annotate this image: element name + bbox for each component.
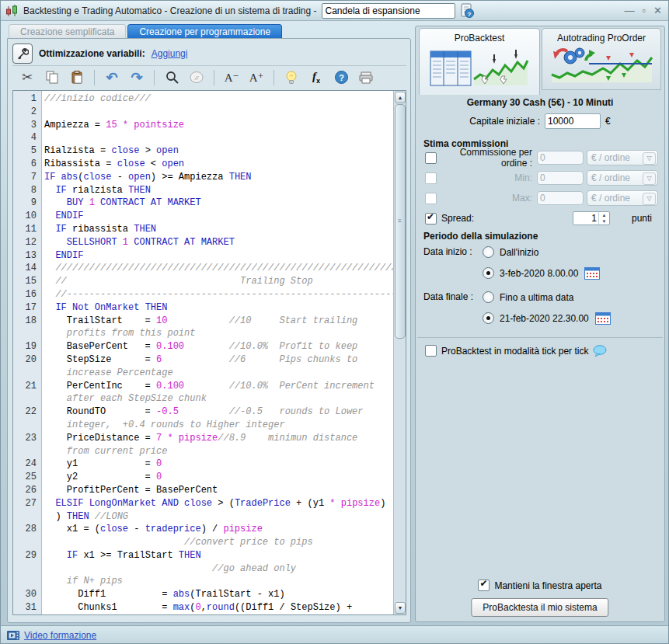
system-name-input[interactable] — [322, 3, 455, 19]
code-row: after each StepSize chunk — [13, 392, 394, 406]
footer-bar: Video formazione — [1, 625, 669, 644]
end-date-radio[interactable] — [483, 312, 494, 324]
start-from-beginning-radio[interactable] — [483, 246, 494, 258]
code-row: 30 Diff1 = abs(TrailStart - x1) — [13, 588, 394, 601]
chevron-down-icon: ▽ — [643, 152, 656, 165]
calendar-icon[interactable] — [595, 312, 611, 325]
code-row: ) THEN //LONG — [13, 510, 394, 524]
start-date-label: Data inizio : — [423, 246, 472, 257]
lightbulb-icon[interactable] — [281, 68, 301, 87]
keep-window-open-label: Mantieni la finestra aperta — [494, 580, 601, 591]
comment-icon[interactable]: // — [186, 68, 207, 87]
chevron-down-icon: ▽ — [643, 172, 656, 185]
toolbar-separator — [154, 70, 155, 85]
code-row: 31 Chunks1 = max(0,round((Diff1 / StepSi… — [13, 601, 394, 614]
spread-label: Spread: — [441, 213, 474, 224]
code-row: 14 /////////////////////////////////////… — [13, 262, 394, 275]
tick-by-tick-checkbox[interactable] — [425, 345, 437, 357]
code-row: 22 RoundTO = -0.5 //-0.5 rounds to Lower — [13, 406, 394, 419]
capital-input[interactable] — [545, 113, 601, 129]
code-editor[interactable]: 1///inizio codice///23Ampiezza = 15 * po… — [12, 90, 406, 615]
commission-max-input[interactable] — [537, 191, 584, 205]
code-row: 9 BUY 1 CONTRACT AT MARKET — [13, 197, 394, 210]
end-until-last-radio[interactable] — [483, 291, 494, 303]
scrollbar-thumb[interactable]: ≡ — [395, 104, 406, 339]
tab-creazione-per-programmazione[interactable]: Creazione per programmazione — [127, 24, 282, 39]
code-row: integer, +0.4 rounds to Higher integer — [13, 419, 394, 432]
commission-min-label: Min: — [441, 172, 537, 183]
spread-stepper[interactable]: 1 ▲▼ — [573, 211, 610, 225]
instrument-title: Germany 30 Cash (5€) - 10 Minuti — [416, 97, 664, 108]
copy-icon[interactable] — [42, 68, 62, 87]
code-row: 7IF abs(close - open) >= Ampiezza THEN — [13, 171, 394, 184]
search-icon[interactable] — [162, 68, 182, 87]
proorder-icon — [549, 47, 654, 84]
code-row: 1///inizio codice/// — [13, 92, 394, 106]
tab-autotrading-proorder[interactable]: Autotrading ProOrder — [542, 28, 661, 90]
backtest-panel: ProBacktest Autotrading ProOrder — [415, 26, 665, 622]
paste-icon[interactable] — [67, 68, 87, 87]
probacktest-icon — [429, 48, 530, 89]
add-variable-link[interactable]: Aggiungi — [152, 48, 188, 59]
video-icon — [7, 631, 19, 640]
maximize-button[interactable]: ▫ — [642, 5, 646, 16]
scroll-down-icon[interactable]: ▼ — [395, 602, 406, 614]
code-row: 2 — [13, 106, 394, 119]
panel-divider — [417, 337, 663, 338]
code-row: 18 TrailStart = 10 //10 Start trailing — [13, 315, 394, 328]
tab-creazione-semplificata[interactable]: Creazione semplificata — [9, 24, 126, 39]
commission-min-checkbox[interactable] — [425, 172, 437, 184]
code-row: 27 ELSIF LongOnMarket AND close > (Trade… — [13, 497, 394, 510]
help-doc-icon[interactable]: ? — [459, 3, 475, 19]
variable-optimization-button[interactable] — [12, 44, 33, 64]
calendar-icon[interactable] — [584, 266, 600, 280]
redo-icon[interactable]: ↷ — [127, 68, 147, 87]
wrench-icon — [17, 48, 29, 60]
code-row: 23 PriceDistance = 7 * pipsize//8.9 mini… — [13, 432, 394, 445]
spin-down-icon[interactable]: ▼ — [599, 218, 609, 225]
tab-probacktest[interactable]: ProBacktest — [419, 28, 540, 95]
capital-label: Capitale iniziale : — [469, 116, 540, 127]
code-row: 15 // Trailing Stop — [13, 275, 394, 288]
commission-max-checkbox[interactable] — [425, 193, 437, 204]
code-panel: Ottimizzazione variabili: Aggiungi ✂↶↷//… — [7, 38, 411, 623]
code-row: 25 y2 = 0 — [13, 471, 394, 484]
creation-tabs: Creazione semplificata Creazione per pro… — [9, 24, 282, 39]
start-date-radio[interactable] — [483, 267, 494, 279]
spin-up-icon[interactable]: ▲ — [599, 212, 609, 218]
commission-input[interactable] — [537, 151, 584, 165]
tick-by-tick-label: ProBacktest in modalità tick per tick — [441, 346, 588, 357]
run-backtest-button[interactable]: ProBacktesta il mio sistema — [471, 598, 608, 617]
commission-unit-select[interactable]: € / ordine▽ — [587, 150, 658, 165]
code-row: increase Percentage — [13, 367, 394, 380]
font-decrease-icon[interactable]: A⁻ — [221, 68, 242, 87]
print-icon[interactable] — [356, 68, 376, 87]
scroll-up-icon[interactable]: ▲ — [395, 92, 406, 103]
video-training-link[interactable]: Video formazione — [24, 630, 96, 641]
commission-label: Commissione per ordine : — [441, 147, 537, 169]
commission-max-unit-select[interactable]: € / ordine▽ — [587, 190, 658, 206]
commission-min-unit-select[interactable]: € / ordine▽ — [587, 170, 658, 186]
code-row: //go ahead only — [13, 562, 394, 576]
toolbar-separator — [214, 70, 214, 85]
help-icon[interactable]: ? — [331, 68, 351, 87]
commission-checkbox[interactable] — [425, 152, 437, 164]
font-increase-icon[interactable]: A⁺ — [246, 68, 267, 87]
undo-icon[interactable]: ↶ — [102, 68, 122, 87]
capital-currency: € — [605, 116, 611, 127]
spread-checkbox[interactable] — [425, 213, 437, 225]
toolbar-separator — [274, 70, 274, 85]
candlestick-app-icon — [5, 5, 19, 17]
speech-bubble-icon[interactable] — [593, 345, 607, 357]
code-row: 19 BasePerCent = 0.100 //10.0% Profit to… — [13, 340, 394, 353]
svg-text:?: ? — [339, 73, 344, 82]
close-button[interactable]: ✕ — [653, 5, 662, 16]
editor-toolbar: ✂↶↷//A⁻A⁺fx? — [12, 65, 406, 89]
cut-icon[interactable]: ✂ — [17, 68, 37, 87]
commission-min-input[interactable] — [537, 171, 584, 185]
keep-window-open-checkbox[interactable] — [478, 580, 490, 591]
fx-icon[interactable]: fx — [306, 68, 326, 87]
minimize-button[interactable]: — — [624, 5, 634, 16]
code-row: 17 IF Not OnMarket THEN — [13, 301, 394, 315]
editor-scrollbar[interactable]: ▲ ≡ ▼ — [393, 91, 406, 614]
